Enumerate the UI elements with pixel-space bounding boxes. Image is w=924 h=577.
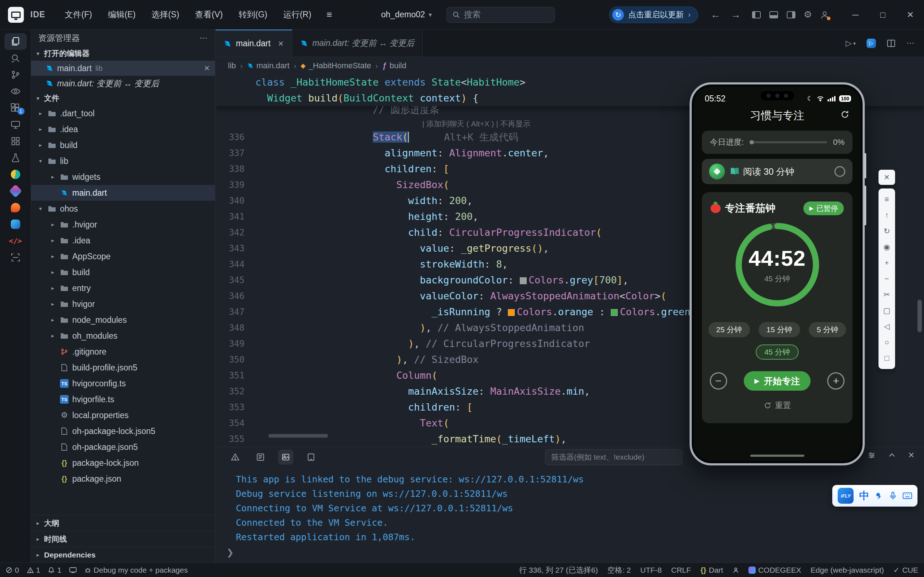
status-notifications[interactable]: 1 — [48, 566, 61, 574]
reset-button[interactable]: 重置 — [702, 400, 853, 411]
menu-edit[interactable]: 编辑(E) — [102, 5, 142, 24]
tree-item-.idea[interactable]: ▸.idea — [31, 121, 215, 137]
console-output[interactable]: This app is linked to the debug service:… — [216, 467, 924, 545]
activity-flame-plugin-icon[interactable] — [4, 199, 27, 216]
line-number[interactable]: 343 — [216, 240, 255, 256]
status-warnings[interactable]: 1 — [27, 566, 40, 574]
paused-status-button[interactable]: ▶ 已暂停 — [803, 201, 844, 215]
status-account-icon[interactable] — [732, 567, 739, 574]
tree-item-build[interactable]: ▸build — [31, 137, 215, 153]
files-section[interactable]: ▾ 文件 — [31, 91, 215, 105]
ifly-logo-icon[interactable]: iFLY — [838, 488, 853, 504]
habit-item[interactable]: 阅读 30 分钟 — [702, 159, 853, 184]
line-number[interactable] — [216, 74, 255, 90]
emulator-zoom-out-icon[interactable]: − — [879, 271, 895, 287]
vertical-scrollbar[interactable] — [918, 300, 922, 332]
panel-output-icon[interactable] — [253, 450, 268, 464]
breadcrumb-method[interactable]: ƒ build — [382, 61, 406, 71]
menu-view[interactable]: 查看(V) — [189, 5, 229, 24]
keyboard-icon[interactable] — [903, 492, 912, 500]
tree-item-.hvigor[interactable]: ▸.hvigor — [31, 217, 215, 232]
emulator-upload-icon[interactable]: ↑ — [879, 207, 895, 223]
line-number[interactable]: 339 — [216, 177, 255, 193]
tree-item-hvigorconfig.ts[interactable]: TShvigorconfig.ts — [31, 376, 215, 392]
tree-item-node_modules[interactable]: ▸node_modules — [31, 312, 215, 328]
line-number[interactable]: 345 — [216, 272, 255, 288]
emulator-close-button[interactable]: ✕ — [879, 170, 895, 185]
activity-explorer-icon[interactable] — [4, 33, 27, 50]
status-errors[interactable]: 0 — [6, 566, 19, 574]
panel-alert-icon[interactable] — [228, 450, 242, 464]
close-icon[interactable]: ✕ — [204, 64, 210, 73]
ime-language-toggle[interactable]: 中 — [859, 489, 869, 503]
status-cursor-position[interactable]: 行 336, 列 27 (已选择6) — [519, 565, 598, 575]
status-screencast-icon[interactable] — [69, 567, 77, 573]
activity-gem-plugin-icon[interactable] — [4, 183, 27, 199]
sidebar-section-Dependencies[interactable]: ▸Dependencies — [31, 547, 215, 562]
status-cue[interactable]: ✓ CUE — [893, 566, 918, 574]
mic-icon[interactable] — [889, 492, 897, 500]
activity-test-flask-icon[interactable] — [4, 150, 27, 166]
line-number[interactable]: 342 — [216, 225, 255, 240]
window-minimize-button[interactable]: ─ — [842, 0, 869, 30]
activity-grid-apps-icon[interactable] — [4, 133, 27, 150]
tab-main-dart[interactable]: main.dart ✕ — [216, 30, 292, 57]
activity-remote-devices-icon[interactable] — [4, 116, 27, 133]
restart-update-button[interactable]: ↻ 点击重启以更新 › — [609, 6, 698, 23]
global-search-box[interactable]: 搜索 — [447, 7, 555, 23]
start-focus-button[interactable]: ▶ 开始专注 — [744, 371, 811, 391]
open-editors-section[interactable]: ▾ 打开的编辑器 — [31, 46, 215, 61]
tree-item-ohos[interactable]: ▾ohos — [31, 201, 215, 217]
tree-item-package-lock.json[interactable]: {}package-lock.json — [31, 455, 215, 471]
activity-profiler-plugin-icon[interactable] — [4, 166, 27, 183]
tree-item-.idea[interactable]: ▸.idea — [31, 232, 215, 248]
emulator-screenshot-icon[interactable]: ✂ — [879, 287, 895, 303]
tree-item-main.dart[interactable]: main.dart — [31, 185, 215, 201]
status-debug-config[interactable]: Debug my code + packages — [84, 566, 188, 574]
console-filter-input[interactable]: 筛选器(例如 text、!exclude) — [545, 449, 682, 465]
account-icon[interactable] — [820, 10, 829, 19]
emulator-menu-icon[interactable]: ≡ — [879, 191, 895, 207]
tree-item-hvigorfile.ts[interactable]: TShvigorfile.ts — [31, 392, 215, 407]
emulator-back-icon[interactable]: ◁ — [879, 319, 895, 334]
status-edge-target[interactable]: Edge (web-javascript) — [811, 566, 884, 574]
line-number[interactable]: 353 — [216, 399, 255, 415]
activity-scan-icon[interactable] — [4, 249, 27, 266]
tree-item-lib[interactable]: ▾lib — [31, 153, 215, 169]
tree-item-.gitignore[interactable]: .gitignore — [31, 344, 215, 359]
status-encoding[interactable]: UTF-8 — [640, 566, 662, 574]
duration-pill[interactable]: 25 分钟 — [708, 322, 750, 337]
emulator-record-icon[interactable]: ◉ — [879, 239, 895, 255]
activity-preview-icon[interactable] — [4, 83, 27, 100]
project-selector[interactable]: oh_demo02 ▾ — [381, 10, 432, 19]
open-editor-item[interactable]: main.dart: 变更前 ↔ 变更后 — [31, 76, 215, 91]
menu-more-icon[interactable]: ≡ — [321, 5, 338, 24]
previewer-icon[interactable]: ▷ — [867, 39, 876, 48]
editor-more-icon[interactable]: ⋯ — [906, 38, 914, 48]
open-editor-item[interactable]: main.dart lib ✕ — [31, 61, 215, 76]
run-debug-dropdown-icon[interactable]: ▷▾ — [846, 39, 856, 48]
line-number[interactable]: 337 — [216, 145, 255, 161]
decrease-time-button[interactable]: − — [710, 372, 727, 390]
nav-forward-icon[interactable]: → — [731, 9, 741, 21]
console-prompt-icon[interactable]: ❯ — [226, 547, 234, 558]
menu-goto[interactable]: 转到(G) — [232, 5, 274, 24]
line-number[interactable]: 340 — [216, 193, 255, 209]
settings-gear-icon[interactable]: ⚙ — [804, 9, 812, 20]
toggle-left-sidebar-icon[interactable] — [752, 10, 761, 19]
habit-checkbox[interactable] — [834, 166, 845, 177]
line-number[interactable]: 351 — [216, 367, 255, 384]
breadcrumb-class[interactable]: ◆ _HabitHomeState — [300, 61, 371, 71]
activity-search-icon[interactable] — [4, 50, 27, 66]
emulator-recents-icon[interactable]: □ — [879, 350, 895, 366]
nav-back-icon[interactable]: ← — [711, 9, 721, 21]
tree-item-build-profile.json5[interactable]: build-profile.json5 — [31, 359, 215, 376]
tree-item-local.properties[interactable]: ⚙local.properties — [31, 407, 215, 423]
line-number[interactable]: 347 — [216, 304, 255, 320]
duration-pill-selected[interactable]: 45 分钟 — [756, 345, 799, 359]
tree-item-oh-package.json5[interactable]: oh-package.json5 — [31, 439, 215, 455]
line-number[interactable]: 344 — [216, 256, 255, 272]
status-codegeex[interactable]: CODEGEEX — [748, 566, 801, 574]
emulator-home-icon[interactable]: ○ — [879, 334, 895, 350]
menu-selection[interactable]: 选择(S) — [145, 5, 185, 24]
